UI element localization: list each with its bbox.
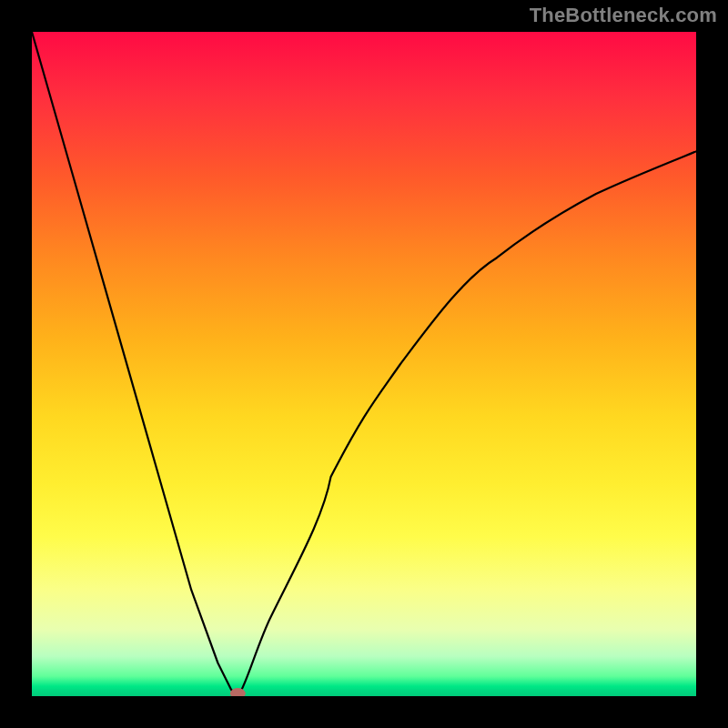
chart-svg (32, 32, 696, 696)
watermark-text: TheBottleneck.com (530, 4, 717, 27)
curve-left-branch (32, 32, 238, 696)
chart-frame: TheBottleneck.com (0, 0, 728, 728)
minimum-marker (230, 689, 245, 697)
curve-right-branch (238, 151, 696, 696)
chart-plot-area (32, 32, 696, 696)
